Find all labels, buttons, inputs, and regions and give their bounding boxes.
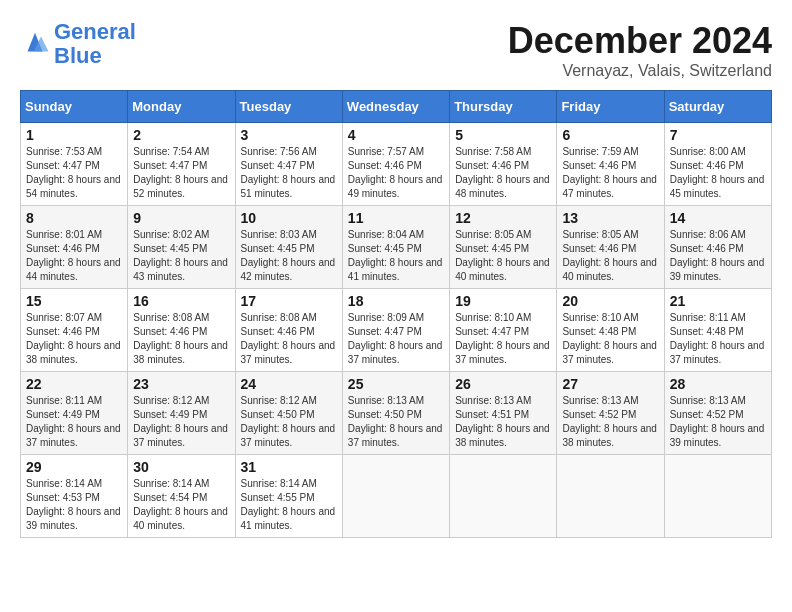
sunrise-label: Sunrise: 8:06 AM [670, 229, 746, 240]
daylight-label: Daylight: 8 hours and 37 minutes. [562, 340, 657, 365]
sunrise-label: Sunrise: 8:02 AM [133, 229, 209, 240]
day-number: 22 [26, 376, 122, 392]
calendar-cell [342, 455, 449, 538]
header-day-monday: Monday [128, 91, 235, 123]
sunset-label: Sunset: 4:45 PM [455, 243, 529, 254]
day-number: 11 [348, 210, 444, 226]
week-row-2: 8 Sunrise: 8:01 AM Sunset: 4:46 PM Dayli… [21, 206, 772, 289]
sunrise-label: Sunrise: 7:59 AM [562, 146, 638, 157]
calendar-cell: 8 Sunrise: 8:01 AM Sunset: 4:46 PM Dayli… [21, 206, 128, 289]
daylight-label: Daylight: 8 hours and 37 minutes. [455, 340, 550, 365]
sunrise-label: Sunrise: 8:14 AM [241, 478, 317, 489]
calendar-cell: 3 Sunrise: 7:56 AM Sunset: 4:47 PM Dayli… [235, 123, 342, 206]
sunset-label: Sunset: 4:46 PM [133, 326, 207, 337]
calendar-cell [557, 455, 664, 538]
day-number: 29 [26, 459, 122, 475]
day-info: Sunrise: 7:54 AM Sunset: 4:47 PM Dayligh… [133, 145, 229, 201]
day-number: 31 [241, 459, 337, 475]
day-number: 28 [670, 376, 766, 392]
day-info: Sunrise: 8:05 AM Sunset: 4:45 PM Dayligh… [455, 228, 551, 284]
daylight-label: Daylight: 8 hours and 51 minutes. [241, 174, 336, 199]
sunrise-label: Sunrise: 8:10 AM [455, 312, 531, 323]
day-number: 4 [348, 127, 444, 143]
sunrise-label: Sunrise: 8:12 AM [133, 395, 209, 406]
day-info: Sunrise: 8:14 AM Sunset: 4:54 PM Dayligh… [133, 477, 229, 533]
day-number: 12 [455, 210, 551, 226]
sunrise-label: Sunrise: 8:09 AM [348, 312, 424, 323]
logo: General Blue [20, 20, 136, 68]
calendar-cell: 30 Sunrise: 8:14 AM Sunset: 4:54 PM Dayl… [128, 455, 235, 538]
sunset-label: Sunset: 4:47 PM [26, 160, 100, 171]
sunset-label: Sunset: 4:45 PM [348, 243, 422, 254]
sunset-label: Sunset: 4:54 PM [133, 492, 207, 503]
calendar-header-row: SundayMondayTuesdayWednesdayThursdayFrid… [21, 91, 772, 123]
sunrise-label: Sunrise: 8:11 AM [670, 312, 746, 323]
calendar-cell: 22 Sunrise: 8:11 AM Sunset: 4:49 PM Dayl… [21, 372, 128, 455]
daylight-label: Daylight: 8 hours and 37 minutes. [133, 423, 228, 448]
calendar-cell: 26 Sunrise: 8:13 AM Sunset: 4:51 PM Dayl… [450, 372, 557, 455]
day-number: 21 [670, 293, 766, 309]
sunrise-label: Sunrise: 7:54 AM [133, 146, 209, 157]
calendar-cell: 15 Sunrise: 8:07 AM Sunset: 4:46 PM Dayl… [21, 289, 128, 372]
day-info: Sunrise: 8:05 AM Sunset: 4:46 PM Dayligh… [562, 228, 658, 284]
sunrise-label: Sunrise: 8:12 AM [241, 395, 317, 406]
daylight-label: Daylight: 8 hours and 38 minutes. [26, 340, 121, 365]
logo-text: General Blue [54, 20, 136, 68]
day-info: Sunrise: 7:57 AM Sunset: 4:46 PM Dayligh… [348, 145, 444, 201]
day-info: Sunrise: 8:14 AM Sunset: 4:53 PM Dayligh… [26, 477, 122, 533]
calendar-cell: 31 Sunrise: 8:14 AM Sunset: 4:55 PM Dayl… [235, 455, 342, 538]
day-info: Sunrise: 7:56 AM Sunset: 4:47 PM Dayligh… [241, 145, 337, 201]
sunrise-label: Sunrise: 8:14 AM [26, 478, 102, 489]
sunset-label: Sunset: 4:50 PM [348, 409, 422, 420]
sunset-label: Sunset: 4:46 PM [348, 160, 422, 171]
day-info: Sunrise: 8:07 AM Sunset: 4:46 PM Dayligh… [26, 311, 122, 367]
day-number: 8 [26, 210, 122, 226]
sunset-label: Sunset: 4:47 PM [133, 160, 207, 171]
day-info: Sunrise: 8:11 AM Sunset: 4:49 PM Dayligh… [26, 394, 122, 450]
daylight-label: Daylight: 8 hours and 41 minutes. [241, 506, 336, 531]
day-number: 13 [562, 210, 658, 226]
day-info: Sunrise: 7:59 AM Sunset: 4:46 PM Dayligh… [562, 145, 658, 201]
calendar-cell: 25 Sunrise: 8:13 AM Sunset: 4:50 PM Dayl… [342, 372, 449, 455]
day-number: 3 [241, 127, 337, 143]
sunset-label: Sunset: 4:51 PM [455, 409, 529, 420]
day-info: Sunrise: 8:01 AM Sunset: 4:46 PM Dayligh… [26, 228, 122, 284]
sunrise-label: Sunrise: 8:08 AM [241, 312, 317, 323]
sunrise-label: Sunrise: 8:01 AM [26, 229, 102, 240]
week-row-4: 22 Sunrise: 8:11 AM Sunset: 4:49 PM Dayl… [21, 372, 772, 455]
sunset-label: Sunset: 4:49 PM [133, 409, 207, 420]
day-info: Sunrise: 7:58 AM Sunset: 4:46 PM Dayligh… [455, 145, 551, 201]
sunrise-label: Sunrise: 8:03 AM [241, 229, 317, 240]
logo-icon [20, 29, 50, 59]
sunset-label: Sunset: 4:47 PM [241, 160, 315, 171]
day-info: Sunrise: 8:11 AM Sunset: 4:48 PM Dayligh… [670, 311, 766, 367]
day-info: Sunrise: 8:13 AM Sunset: 4:52 PM Dayligh… [562, 394, 658, 450]
day-info: Sunrise: 8:10 AM Sunset: 4:47 PM Dayligh… [455, 311, 551, 367]
sunset-label: Sunset: 4:45 PM [241, 243, 315, 254]
day-number: 17 [241, 293, 337, 309]
calendar-cell: 29 Sunrise: 8:14 AM Sunset: 4:53 PM Dayl… [21, 455, 128, 538]
sunset-label: Sunset: 4:46 PM [670, 160, 744, 171]
day-info: Sunrise: 8:10 AM Sunset: 4:48 PM Dayligh… [562, 311, 658, 367]
calendar-cell: 20 Sunrise: 8:10 AM Sunset: 4:48 PM Dayl… [557, 289, 664, 372]
day-info: Sunrise: 7:53 AM Sunset: 4:47 PM Dayligh… [26, 145, 122, 201]
calendar-cell: 10 Sunrise: 8:03 AM Sunset: 4:45 PM Dayl… [235, 206, 342, 289]
sunrise-label: Sunrise: 8:07 AM [26, 312, 102, 323]
daylight-label: Daylight: 8 hours and 37 minutes. [26, 423, 121, 448]
day-info: Sunrise: 8:14 AM Sunset: 4:55 PM Dayligh… [241, 477, 337, 533]
calendar-cell: 24 Sunrise: 8:12 AM Sunset: 4:50 PM Dayl… [235, 372, 342, 455]
sunrise-label: Sunrise: 8:11 AM [26, 395, 102, 406]
sunrise-label: Sunrise: 8:04 AM [348, 229, 424, 240]
sunset-label: Sunset: 4:46 PM [455, 160, 529, 171]
day-number: 27 [562, 376, 658, 392]
sunset-label: Sunset: 4:46 PM [26, 326, 100, 337]
day-info: Sunrise: 8:13 AM Sunset: 4:50 PM Dayligh… [348, 394, 444, 450]
sunrise-label: Sunrise: 8:13 AM [455, 395, 531, 406]
calendar-cell: 16 Sunrise: 8:08 AM Sunset: 4:46 PM Dayl… [128, 289, 235, 372]
daylight-label: Daylight: 8 hours and 41 minutes. [348, 257, 443, 282]
week-row-1: 1 Sunrise: 7:53 AM Sunset: 4:47 PM Dayli… [21, 123, 772, 206]
daylight-label: Daylight: 8 hours and 44 minutes. [26, 257, 121, 282]
header: General Blue December 2024 Vernayaz, Val… [20, 20, 772, 80]
header-day-thursday: Thursday [450, 91, 557, 123]
sunset-label: Sunset: 4:45 PM [133, 243, 207, 254]
